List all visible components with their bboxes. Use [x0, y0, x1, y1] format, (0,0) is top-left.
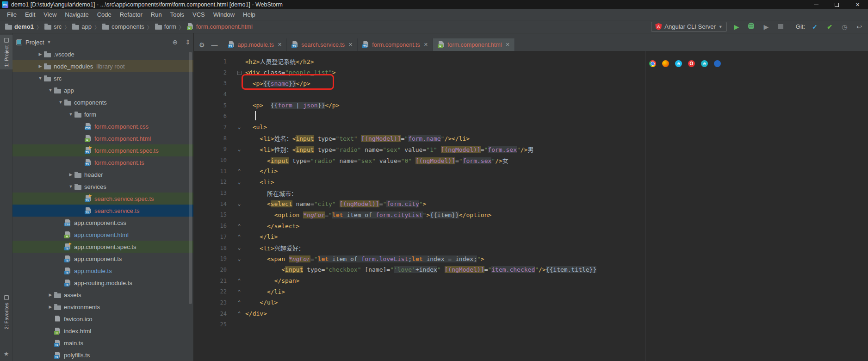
git-revert-button[interactable]: ↩: [854, 23, 864, 31]
fold-close-icon[interactable]: ⌃: [237, 168, 242, 174]
tab-close-icon[interactable]: ✕: [424, 42, 428, 48]
chevron-down-icon[interactable]: ▼: [67, 112, 74, 117]
code-line-18[interactable]: 18⌄ <li>兴趣爱好：: [194, 243, 868, 254]
hide-panel-icon[interactable]: —: [211, 41, 218, 49]
code-editor[interactable]: 1<h2>人员登记系统</h2>2−<div class="people_lis…: [194, 51, 868, 361]
fold-open-icon[interactable]: ⌄: [237, 201, 242, 207]
code-line-8[interactable]: 8 <li>姓名：<input type="text" [(ngModel)]=…: [194, 133, 868, 144]
tree-item-app-routing.module.ts[interactable]: TSapp-routing.module.ts: [12, 277, 193, 289]
code-line-20[interactable]: 20 <input type="checkbox" [name]="'love'…: [194, 264, 868, 275]
code-line-7[interactable]: 7⌄ <ul>: [194, 122, 868, 133]
restore-button[interactable]: [826, 0, 847, 9]
tab-close-icon[interactable]: ✕: [348, 42, 353, 48]
tab-app.module.ts[interactable]: TSapp.module.ts✕: [223, 38, 287, 51]
breadcrumb-item-demo1[interactable]: demo1: [4, 23, 35, 30]
tree-item-app.component.ts[interactable]: TSapp.component.ts: [12, 253, 193, 265]
close-button[interactable]: ✕: [847, 0, 868, 9]
menu-item-help[interactable]: Help: [239, 9, 260, 20]
menu-item-view[interactable]: View: [39, 9, 61, 20]
fold-close-icon[interactable]: ⌃: [237, 299, 242, 305]
menu-item-navigate[interactable]: Navigate: [61, 9, 93, 20]
settings-gear-icon[interactable]: ⚙: [199, 41, 205, 49]
tree-item-form.component.css[interactable]: CSSform.component.css: [12, 120, 193, 132]
fold-collapse-icon[interactable]: −: [237, 71, 242, 75]
chevron-down-icon[interactable]: ▼: [37, 76, 44, 81]
chevron-right-icon[interactable]: ▶: [67, 172, 74, 177]
fold-open-icon[interactable]: ⌄: [237, 256, 242, 262]
code-line-5[interactable]: 5 <p> {{form | json}}</p>: [194, 100, 868, 111]
menu-item-tools[interactable]: Tools: [166, 9, 188, 20]
safari-icon[interactable]: [714, 60, 721, 67]
code-line-13[interactable]: 13 所在城市：: [194, 187, 868, 199]
tree-item-search.service.spec.ts[interactable]: TSsearch.service.spec.ts: [12, 193, 193, 205]
chevron-down-icon[interactable]: ▼: [67, 184, 74, 189]
run-configuration-dropdown[interactable]: A Angular CLI Server ▼: [651, 22, 726, 32]
menu-item-vcs[interactable]: VCS: [188, 9, 209, 20]
code-line-12[interactable]: 12⌄ <li>: [194, 177, 868, 188]
tab-close-icon[interactable]: ✕: [505, 42, 509, 48]
chevron-right-icon[interactable]: ▶: [37, 52, 44, 56]
menu-item-run[interactable]: Run: [147, 9, 166, 20]
tree-item-app.component.css[interactable]: CSSapp.component.css: [12, 217, 193, 229]
git-update-button[interactable]: ✓: [810, 23, 820, 31]
tree-item-assets[interactable]: ▶assets: [12, 289, 193, 301]
tree-item-main.ts[interactable]: TSmain.ts: [12, 337, 193, 349]
ie-icon[interactable]: e: [675, 60, 682, 67]
tree-item-app[interactable]: ▼app: [12, 84, 193, 96]
coverage-button[interactable]: ▶: [761, 23, 771, 31]
code-line-17[interactable]: 17⌃ </li>: [194, 231, 868, 243]
tree-item-polyfills.ts[interactable]: TSpolyfills.ts: [12, 349, 193, 361]
code-line-10[interactable]: 10 <input type="radio" name="sex" value=…: [194, 155, 868, 166]
tree-item-favicon.ico[interactable]: favicon.ico: [12, 313, 193, 325]
tree-item-form.component.html[interactable]: Hform.component.html: [12, 132, 193, 144]
fold-close-icon[interactable]: ⌃: [237, 289, 242, 295]
fold-close-icon[interactable]: ⌃: [237, 311, 242, 317]
fold-open-icon[interactable]: ⌄: [237, 146, 242, 152]
code-line-11[interactable]: 11⌃ </li>: [194, 166, 868, 177]
git-history-button[interactable]: ◷: [839, 23, 849, 31]
code-line-25[interactable]: 25: [194, 319, 868, 330]
breadcrumb-item-form[interactable]: form: [154, 23, 178, 30]
code-line-4[interactable]: 4: [194, 89, 868, 100]
chevron-right-icon[interactable]: ▶: [47, 293, 54, 297]
git-commit-button[interactable]: ✔: [825, 23, 835, 31]
code-line-9[interactable]: 9⌄ <li>性别：<input type="radio" name="sex"…: [194, 144, 868, 155]
chevron-right-icon[interactable]: ▶: [37, 64, 44, 68]
tree-item-components[interactable]: ▼components: [12, 96, 193, 108]
code-line-1[interactable]: 1<h2>人员登记系统</h2>: [194, 56, 868, 67]
tree-item-form.component.spec.ts[interactable]: TSform.component.spec.ts: [12, 144, 193, 156]
tree-item-environments[interactable]: ▶environments: [12, 301, 193, 313]
menu-item-edit[interactable]: Edit: [21, 9, 39, 20]
fold-open-icon[interactable]: ⌄: [237, 245, 242, 251]
fold-open-icon[interactable]: ⌄: [237, 179, 242, 185]
chevron-down-icon[interactable]: ▼: [57, 100, 64, 105]
stop-button[interactable]: [776, 23, 786, 31]
code-line-22[interactable]: 22⌃ </li>: [194, 286, 868, 297]
code-line-16[interactable]: 16⌃ </select>: [194, 220, 868, 231]
tree-item-form.component.ts[interactable]: TSform.component.ts: [12, 156, 193, 168]
chrome-icon[interactable]: [649, 60, 656, 67]
tree-item-node_modules[interactable]: ▶node_moduleslibrary root: [12, 60, 193, 72]
menu-item-code[interactable]: Code: [93, 9, 116, 20]
fold-close-icon[interactable]: ⌃: [237, 278, 242, 284]
debug-button[interactable]: [746, 23, 756, 31]
breadcrumb-item-src[interactable]: src: [43, 23, 63, 30]
locate-file-icon[interactable]: ⊕: [173, 38, 178, 46]
menu-item-window[interactable]: Window: [209, 9, 239, 20]
tree-item-app.module.ts[interactable]: TSapp.module.ts: [12, 265, 193, 277]
code-line-21[interactable]: 21⌃ </span>: [194, 275, 868, 286]
fold-close-icon[interactable]: ⌃: [237, 223, 242, 229]
code-line-24[interactable]: 24⌃</div>: [194, 308, 868, 319]
tree-item-.vscode[interactable]: ▶.vscode: [12, 51, 193, 60]
code-line-14[interactable]: 14⌄ <select name="city" [(ngModel)]="for…: [194, 199, 868, 210]
tree-item-search.service.ts[interactable]: TSsearch.service.ts: [12, 205, 193, 217]
menu-item-refactor[interactable]: Refactor: [116, 9, 147, 20]
menu-item-file[interactable]: File: [3, 9, 21, 20]
tree-item-services[interactable]: ▼services: [12, 180, 193, 193]
chevron-down-icon[interactable]: ▼: [47, 88, 54, 93]
collapse-all-icon[interactable]: ⇕: [185, 38, 191, 46]
code-line-23[interactable]: 23⌃ </ul>: [194, 297, 868, 308]
stripe-tab-favorites[interactable]: 2: Favorites: [0, 293, 12, 332]
fold-open-icon[interactable]: ⌄: [237, 124, 242, 130]
tab-search.service.ts[interactable]: TSsearch.service.ts✕: [287, 38, 358, 51]
